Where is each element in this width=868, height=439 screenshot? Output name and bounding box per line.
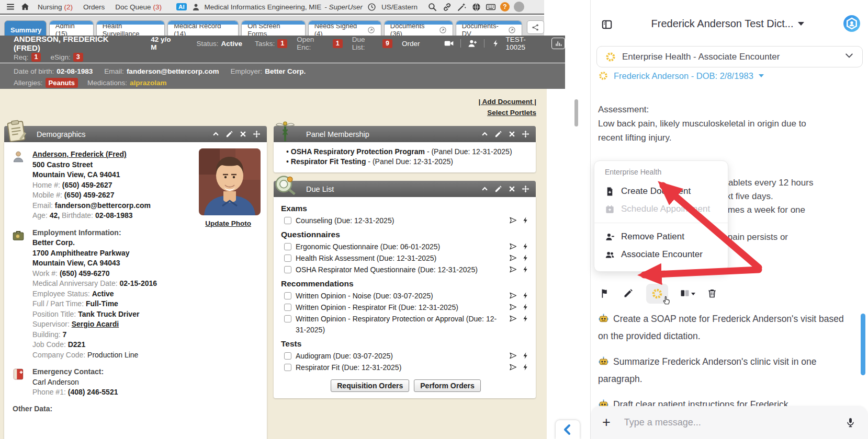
mic-icon[interactable] [845, 417, 856, 429]
allergy-badge[interactable]: Peanuts [46, 78, 78, 88]
medication-value[interactable]: alprazolam [130, 79, 167, 87]
collapse-icon[interactable] [212, 130, 220, 138]
avatar[interactable] [514, 2, 524, 12]
edit-icon[interactable] [494, 130, 502, 138]
bolt-icon[interactable] [522, 363, 529, 371]
order-link[interactable]: Order [402, 40, 420, 48]
ai-scrollbar-thumb[interactable] [861, 314, 865, 375]
bolt-icon[interactable] [522, 303, 529, 311]
close-icon[interactable] [239, 130, 247, 138]
menu-item-associate-encounter[interactable]: Associate Encounter [594, 246, 728, 263]
help-icon[interactable]: ? [500, 2, 510, 11]
send-icon[interactable] [509, 265, 517, 273]
bolt-icon[interactable] [522, 242, 529, 250]
keyboard-icon[interactable] [486, 2, 496, 12]
edit-icon[interactable] [226, 130, 233, 138]
patient-name-link[interactable]: Anderson, Frederick (Fred) [32, 150, 127, 158]
bolt-icon[interactable] [522, 265, 529, 273]
supervisor-link[interactable]: Sergio Acardi [72, 320, 119, 328]
send-icon[interactable] [509, 363, 517, 371]
due-item-checkbox[interactable] [284, 266, 291, 273]
add-attachment-button[interactable]: + [602, 415, 611, 430]
open-enc-count-badge[interactable]: 1 [333, 39, 343, 48]
panel-name[interactable]: OSHA Respiratory Protection Program [291, 147, 425, 156]
bolt-icon[interactable] [491, 38, 501, 49]
panel-name[interactable]: Respirator Fit Testing [291, 157, 366, 166]
tab-admin[interactable]: Admin (15) [49, 20, 94, 36]
prompt-soap-note[interactable]: Create a SOAP note for Frederick Anderso… [598, 310, 853, 345]
bolt-icon[interactable] [522, 216, 529, 224]
due-item-checkbox[interactable] [284, 304, 291, 311]
collapse-panel-button[interactable] [556, 420, 580, 439]
due-item-checkbox[interactable] [284, 315, 291, 322]
flag-icon[interactable] [600, 288, 612, 299]
close-icon[interactable] [508, 130, 516, 138]
due-item-checkbox[interactable] [284, 243, 291, 250]
context-selector[interactable]: Enterprise Health - Associate Encounter [596, 46, 863, 67]
tab-medical-record[interactable]: Medical Record (14) [167, 20, 239, 36]
bolt-icon[interactable] [522, 292, 529, 299]
collapse-icon[interactable] [481, 130, 489, 138]
patient-context-link[interactable]: Frederick Anderson - DOB: 2/8/1983 [598, 71, 764, 81]
nav-doc-queue[interactable]: Doc Queue(3) [115, 3, 162, 11]
move-icon[interactable] [522, 130, 529, 138]
select-portlets-link[interactable]: Select Portlets [478, 107, 536, 118]
collapse-icon[interactable] [481, 185, 489, 193]
send-icon[interactable] [509, 242, 517, 250]
send-icon[interactable] [509, 303, 517, 311]
send-icon[interactable] [509, 216, 517, 224]
tab-on-screen-forms[interactable]: On Screen Forms [241, 20, 305, 36]
delete-icon[interactable] [707, 288, 718, 299]
search-icon[interactable] [427, 2, 437, 12]
timezone-label[interactable]: US/Eastern [381, 3, 418, 11]
send-icon[interactable] [509, 352, 517, 360]
tab-documents-dv[interactable]: Documents-DV [456, 20, 523, 36]
chart-icon-button[interactable] [551, 38, 565, 49]
menu-icon[interactable] [5, 2, 16, 12]
move-icon[interactable] [253, 130, 261, 138]
due-list-count-badge[interactable]: 9 [382, 39, 392, 48]
close-icon[interactable] [508, 185, 516, 193]
menu-item-remove-patient[interactable]: Remove Patient [594, 228, 728, 246]
demographics-header[interactable]: Demographics [4, 126, 267, 142]
update-photo-link[interactable]: Update Photo [205, 220, 251, 227]
send-icon[interactable] [509, 292, 517, 299]
nav-nursing[interactable]: Nursing(2) [38, 3, 73, 11]
bolt-icon[interactable] [522, 254, 529, 262]
conversation-title-button[interactable]: Frederick Anderson Test Dict... [613, 18, 843, 30]
add-person-icon[interactable] [467, 38, 478, 49]
due-item-checkbox[interactable] [284, 292, 291, 299]
prompt-summarize-visit[interactable]: Summarize Frederick Anderson's clinic vi… [598, 353, 853, 388]
send-icon[interactable] [509, 254, 517, 262]
bolt-icon[interactable] [522, 315, 529, 322]
encounter-id[interactable]: TEST-10025 [505, 36, 545, 51]
edit-icon[interactable] [623, 288, 635, 299]
move-icon[interactable] [522, 185, 529, 193]
tab-health-surveillance[interactable]: Health Surveillance [96, 20, 165, 36]
send-icon[interactable] [509, 315, 517, 322]
popout-icon[interactable] [439, 26, 447, 34]
ehr-scrollbar-thumb[interactable] [574, 99, 578, 126]
requisition-orders-button[interactable]: Requisition Orders [331, 379, 409, 392]
req-count-badge[interactable]: 1 [31, 53, 41, 62]
current-user[interactable]: Medical Informatics Engineering, MIE - S… [191, 2, 363, 12]
home-icon[interactable] [20, 2, 30, 12]
due-list-header[interactable]: Due List [274, 181, 536, 197]
panel-membership-header[interactable]: Panel Membership [274, 126, 536, 142]
run-agent-button[interactable] [646, 284, 668, 304]
tasks-count-badge[interactable]: 1 [277, 39, 287, 48]
add-document-link[interactable]: | Add Document | [478, 96, 536, 107]
wand-icon[interactable] [456, 2, 467, 12]
due-item-checkbox[interactable] [284, 352, 291, 360]
nav-orders[interactable]: Orders [83, 3, 105, 11]
due-item-checkbox[interactable] [284, 364, 291, 371]
tab-summary[interactable]: Summary [4, 20, 47, 36]
tab-options-button[interactable] [527, 20, 544, 34]
tab-needs-signed[interactable]: Needs Signed (4) [308, 20, 381, 36]
message-input[interactable] [624, 417, 845, 428]
copy-icon[interactable] [680, 288, 695, 299]
due-item-checkbox[interactable] [284, 255, 291, 262]
edit-icon[interactable] [494, 185, 502, 193]
video-camera-icon[interactable] [444, 38, 454, 49]
tab-documents[interactable]: Documents (36) [384, 20, 453, 36]
